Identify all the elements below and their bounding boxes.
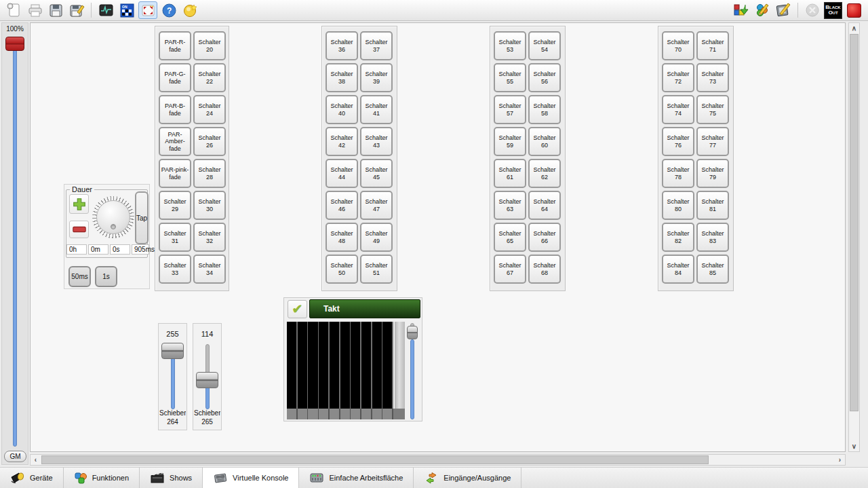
vc-button[interactable]: PAR-Amber-fade bbox=[159, 127, 191, 156]
vc-button[interactable]: PAR-B-fade bbox=[159, 95, 191, 124]
vc-button[interactable]: Schalter 24 bbox=[193, 95, 226, 124]
vc-button[interactable]: Schalter 37 bbox=[360, 31, 393, 60]
seconds-field[interactable]: 0s bbox=[110, 244, 130, 255]
tab-virtuelle-konsole[interactable]: Virtuelle Konsole bbox=[203, 468, 299, 488]
vc-button[interactable]: Schalter 54 bbox=[528, 31, 561, 60]
vc-button[interactable]: Schalter 82 bbox=[662, 223, 694, 252]
vc-button[interactable]: Schalter 85 bbox=[696, 255, 729, 284]
audio-trigger-enable-button[interactable]: ✔ bbox=[288, 300, 307, 318]
vc-button[interactable]: Schalter 76 bbox=[662, 127, 694, 156]
slider-handle[interactable] bbox=[161, 343, 184, 359]
grand-master-slider-track[interactable] bbox=[13, 39, 17, 447]
vc-button[interactable]: Schalter 53 bbox=[494, 31, 526, 60]
vc-button[interactable]: Schalter 43 bbox=[360, 127, 393, 156]
vc-button[interactable]: Schalter 80 bbox=[662, 191, 694, 220]
vc-button[interactable]: Schalter 29 bbox=[159, 191, 191, 220]
minutes-field[interactable]: 0m bbox=[88, 244, 108, 255]
vc-button[interactable]: Schalter 39 bbox=[360, 63, 393, 92]
open-button[interactable] bbox=[25, 1, 44, 19]
vc-button[interactable]: Schalter 64 bbox=[528, 191, 561, 220]
function-wizard-button[interactable] bbox=[732, 1, 751, 19]
vc-button[interactable]: Schalter 61 bbox=[494, 159, 526, 188]
vc-button[interactable]: Schalter 83 bbox=[696, 223, 729, 252]
vc-button[interactable]: Schalter 63 bbox=[494, 191, 526, 220]
vc-button[interactable]: Schalter 65 bbox=[494, 223, 526, 252]
save-as-button[interactable] bbox=[67, 1, 86, 19]
vertical-scrollbar[interactable]: ∧ ∨ bbox=[848, 22, 860, 452]
vc-button[interactable]: Schalter 42 bbox=[326, 127, 358, 156]
vc-button[interactable]: Schalter 57 bbox=[494, 95, 526, 124]
vc-button[interactable]: Schalter 81 bbox=[696, 191, 729, 220]
vc-button[interactable]: Schalter 84 bbox=[662, 255, 694, 284]
vc-button[interactable]: Schalter 74 bbox=[662, 95, 694, 124]
duration-increase-button[interactable] bbox=[69, 194, 89, 214]
vc-button[interactable]: Schalter 34 bbox=[193, 255, 226, 284]
millis-field[interactable]: 905ms bbox=[132, 244, 149, 255]
horizontal-scrollbar-thumb[interactable] bbox=[41, 455, 709, 464]
vc-button[interactable]: Schalter 67 bbox=[494, 255, 526, 284]
preset-50ms-button[interactable]: 50ms bbox=[68, 266, 91, 287]
scroll-down-arrow[interactable]: ∨ bbox=[849, 441, 859, 451]
vc-button[interactable]: Schalter 62 bbox=[528, 159, 561, 188]
slider-handle[interactable] bbox=[196, 372, 218, 388]
vc-button[interactable]: Schalter 20 bbox=[193, 31, 226, 60]
vc-button[interactable]: Schalter 75 bbox=[696, 95, 729, 124]
fullscreen-toggle-button[interactable] bbox=[138, 1, 157, 19]
vc-button[interactable]: Schalter 32 bbox=[193, 223, 226, 252]
vc-button[interactable]: Schalter 58 bbox=[528, 95, 561, 124]
slider-track-upper[interactable] bbox=[205, 344, 210, 374]
vc-button[interactable]: Schalter 48 bbox=[326, 223, 358, 252]
help-button[interactable]: ? bbox=[159, 1, 178, 19]
vc-button[interactable]: Schalter 47 bbox=[360, 191, 393, 220]
vc-button[interactable]: Schalter 44 bbox=[326, 159, 358, 188]
live-edit-button[interactable] bbox=[753, 1, 772, 19]
vc-button[interactable]: Schalter 50 bbox=[326, 255, 358, 284]
vc-button[interactable]: Schalter 77 bbox=[696, 127, 729, 156]
slider-track[interactable] bbox=[171, 351, 175, 409]
vc-button[interactable]: Schalter 55 bbox=[494, 63, 526, 92]
new-document-button[interactable] bbox=[4, 1, 23, 19]
speed-dial-knob[interactable] bbox=[92, 196, 134, 238]
audio-trigger-header[interactable]: Takt bbox=[309, 299, 420, 318]
scroll-right-arrow[interactable]: › bbox=[835, 455, 845, 465]
hours-field[interactable]: 0h bbox=[66, 244, 87, 255]
vc-button[interactable]: Schalter 28 bbox=[193, 159, 226, 188]
vc-button[interactable]: Schalter 40 bbox=[326, 95, 358, 124]
tab-funktionen[interactable]: Funktionen bbox=[64, 468, 140, 488]
vc-button[interactable]: Schalter 72 bbox=[662, 63, 694, 92]
vc-button[interactable]: Schalter 59 bbox=[494, 127, 526, 156]
vc-button[interactable]: Schalter 49 bbox=[360, 223, 393, 252]
vc-button[interactable]: PAR-pink-fade bbox=[159, 159, 191, 188]
vc-button[interactable]: PAR-R-fade bbox=[159, 31, 191, 60]
edit-mode-button[interactable] bbox=[774, 1, 793, 19]
vc-button[interactable]: Schalter 36 bbox=[326, 31, 358, 60]
preset-1s-button[interactable]: 1s bbox=[95, 266, 117, 287]
vc-button[interactable]: Schalter 79 bbox=[696, 159, 729, 188]
save-button[interactable] bbox=[46, 1, 65, 19]
stop-all-functions-button[interactable] bbox=[803, 1, 822, 19]
vc-button[interactable]: Schalter 26 bbox=[193, 127, 226, 156]
vc-button[interactable]: Schalter 22 bbox=[193, 63, 226, 92]
horizontal-scrollbar[interactable]: ‹ › bbox=[30, 454, 846, 466]
grand-master-slider-handle[interactable] bbox=[5, 37, 24, 51]
panic-button[interactable] bbox=[847, 3, 861, 18]
blackout-button[interactable]: Black Out bbox=[824, 2, 842, 19]
tap-button[interactable]: Tap bbox=[135, 191, 149, 244]
tab-eingaenge-ausgaenge[interactable]: Eingänge/Ausgänge bbox=[414, 468, 521, 488]
vc-button[interactable]: Schalter 70 bbox=[662, 31, 694, 60]
vc-button[interactable]: Schalter 51 bbox=[360, 255, 393, 284]
vc-button[interactable]: Schalter 45 bbox=[360, 159, 393, 188]
vc-button[interactable]: Schalter 78 bbox=[662, 159, 694, 188]
vc-button[interactable]: Schalter 46 bbox=[326, 191, 358, 220]
vc-button[interactable]: Schalter 71 bbox=[696, 31, 729, 60]
tab-einfache-arbeitsflaeche[interactable]: Einfache Arbeitsfläche bbox=[299, 468, 414, 488]
vc-button[interactable]: Schalter 73 bbox=[696, 63, 729, 92]
grand-master-button[interactable]: GM bbox=[4, 451, 26, 462]
tab-geraete[interactable]: Geräte bbox=[0, 468, 64, 488]
volume-track-lower[interactable] bbox=[410, 339, 414, 419]
address-tool-button[interactable]: ON bbox=[117, 1, 136, 19]
vc-button[interactable]: Schalter 68 bbox=[528, 255, 561, 284]
vc-button[interactable]: Schalter 56 bbox=[528, 63, 561, 92]
about-button[interactable] bbox=[180, 1, 199, 19]
vertical-scrollbar-thumb[interactable] bbox=[850, 34, 859, 411]
